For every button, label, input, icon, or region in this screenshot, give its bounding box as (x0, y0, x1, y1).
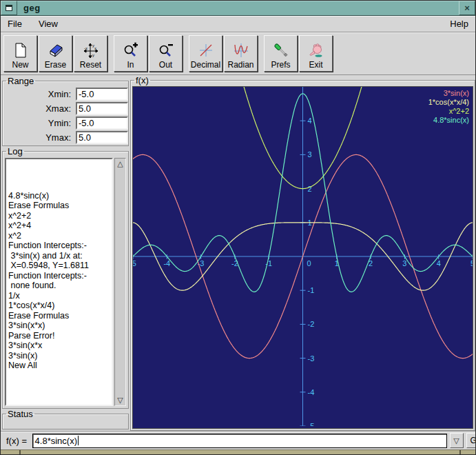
log-item[interactable]: 4.8*sinc(x) (8, 191, 110, 201)
go-button[interactable]: GO! (466, 433, 476, 448)
window-title: geg (17, 1, 459, 15)
erase-button-label: Erase (45, 60, 66, 70)
titlebar[interactable]: geg × (1, 1, 475, 16)
log-item[interactable]: x^2 (8, 231, 110, 241)
scroll-down-icon[interactable]: ▽ (115, 395, 125, 405)
svg-text:-4: -4 (163, 259, 170, 267)
log-item[interactable]: Erase Formulas (8, 311, 110, 321)
formula-text: 4.8*sinc(x) (35, 436, 77, 446)
decimal-mode-button[interactable]: Decimal (189, 35, 223, 72)
formula-label: f(x) = (6, 436, 30, 446)
left-panel: Range Xmin: Xmax: Ymin: Ymax: (1, 75, 130, 431)
svg-text:-5: -5 (133, 259, 136, 267)
reset-button[interactable]: yx -x-y Reset (74, 35, 107, 72)
log-item[interactable]: X=0.5948, Y=1.6811 (8, 261, 110, 271)
zoom-out-button[interactable]: Out (149, 35, 183, 72)
xmax-input[interactable] (76, 102, 128, 115)
close-button[interactable]: × (459, 1, 475, 15)
ymax-input[interactable] (76, 131, 128, 144)
prefs-button[interactable]: Prefs (264, 35, 298, 72)
text-caret (78, 436, 79, 445)
log-item[interactable]: x^2+2 (8, 211, 110, 221)
formula-bar: f(x) = 4.8*sinc(x) ▽ GO! (1, 431, 475, 449)
log-item[interactable]: 3*sin(x*x (8, 341, 110, 351)
log-scrollbar[interactable]: △ ▽ (114, 158, 126, 406)
log-item[interactable]: Function Intercepts:- (8, 241, 110, 251)
toolbar-group-file: New Erase yx -x-y Reset (3, 35, 109, 72)
log-item[interactable]: 1/x (8, 291, 110, 301)
range-panel: Range Xmin: Xmax: Ymin: Ymax: (2, 76, 129, 146)
log-panel: Log 4.8*sinc(x)Erase Formulasx^2+2x^2+4x… (2, 146, 129, 409)
svg-text:4: 4 (437, 259, 441, 267)
app-window: geg × File View Help New Erase (0, 0, 476, 455)
ymax-label: Ymax: (3, 132, 76, 143)
decimal-button-label: Decimal (191, 60, 220, 70)
toolbar-group-app: Prefs Exit (264, 35, 334, 72)
menu-view[interactable]: View (39, 19, 58, 29)
plot-area[interactable]: -5-4-3-2-112345-5-4-3-2-112340 3*sin(x)1… (132, 86, 473, 429)
formula-input[interactable]: 4.8*sinc(x) (32, 434, 447, 448)
svg-text:-y: -y (91, 53, 94, 57)
log-list[interactable]: 4.8*sinc(x)Erase Formulasx^2+2x^2+4x^2Fu… (5, 158, 113, 406)
xmax-label: Xmax: (3, 103, 76, 114)
zoom-in-button[interactable]: In (114, 35, 147, 72)
status-panel: Status (2, 409, 129, 429)
toolbar: New Erase yx -x-y Reset (1, 32, 475, 75)
svg-text:-1: -1 (308, 286, 315, 294)
plot-panel: f(x) -5-4-3-2-112345-5-4-3-2-112340 3*si… (130, 75, 475, 431)
linear-graph-icon (198, 41, 214, 60)
log-item[interactable]: none found. (8, 281, 110, 291)
svg-text:4: 4 (308, 117, 312, 125)
xmin-label: Xmin: (3, 89, 76, 99)
scrollbar-trough[interactable] (115, 169, 125, 395)
range-frame-label: Range (6, 76, 35, 86)
scroll-up-icon[interactable]: △ (115, 159, 125, 169)
ymin-label: Ymin: (3, 118, 76, 128)
svg-text:5: 5 (470, 259, 473, 267)
ymax-row: Ymax: (3, 131, 128, 144)
legend-entry: 3*sin(x) (428, 89, 469, 98)
statusbar-resize-grip[interactable] (461, 450, 475, 454)
svg-text:x: x (94, 46, 96, 50)
svg-text:3: 3 (402, 259, 406, 267)
xmin-input[interactable] (76, 88, 128, 101)
zoom-in-icon (123, 41, 139, 60)
log-item[interactable]: Function Intercepts:- (8, 271, 110, 281)
svg-text:-4: -4 (308, 388, 315, 396)
radian-mode-button[interactable]: Radian (224, 35, 258, 72)
exit-button[interactable]: Exit (299, 35, 333, 72)
log-item[interactable]: x^2+4 (8, 221, 110, 231)
function-plot[interactable]: -5-4-3-2-112345-5-4-3-2-112340 (133, 87, 473, 426)
menubar: File View Help (1, 16, 475, 32)
svg-text:-5: -5 (308, 422, 315, 426)
ymin-input[interactable] (76, 117, 128, 130)
log-item[interactable]: Erase Formulas (8, 201, 110, 211)
toolbar-group-mode: Decimal Radian (189, 35, 259, 72)
menu-file[interactable]: File (8, 19, 22, 29)
formula-history-dropdown[interactable]: ▽ (450, 433, 464, 448)
new-button[interactable]: New (3, 35, 37, 72)
log-item[interactable]: New All (8, 361, 110, 371)
log-item[interactable]: Parse Error! (8, 331, 110, 341)
menu-help[interactable]: Help (450, 19, 468, 29)
log-item[interactable]: 3*sin(x) and 1/x at: (8, 251, 110, 261)
erase-button[interactable]: Erase (39, 35, 72, 72)
log-item[interactable]: 1*cos(x*x/4) (8, 301, 110, 311)
xmax-row: Xmax: (3, 102, 128, 115)
log-item[interactable]: 3*sin(x) (8, 351, 110, 361)
status-frame-label: Status (6, 409, 34, 419)
log-wrap: 4.8*sinc(x)Erase Formulasx^2+2x^2+4x^2Fu… (3, 156, 128, 408)
xmin-row: Xmin: (3, 88, 128, 101)
new-document-icon (13, 41, 28, 60)
log-item[interactable]: 3*sin(x*x) (8, 321, 110, 331)
statusbar-segment-middle (21, 450, 461, 454)
new-button-label: New (12, 60, 28, 70)
toolbar-group-zoom: In Out (114, 35, 184, 72)
main-area: Range Xmin: Xmax: Ymin: Ymax: (1, 75, 475, 431)
chevron-down-icon: ▽ (453, 436, 459, 445)
reset-button-label: Reset (80, 60, 101, 70)
axes-reset-icon: yx -x-y (83, 41, 99, 60)
svg-text:2: 2 (308, 185, 312, 193)
window-icon (6, 5, 12, 11)
window-menu-button[interactable] (1, 1, 17, 15)
